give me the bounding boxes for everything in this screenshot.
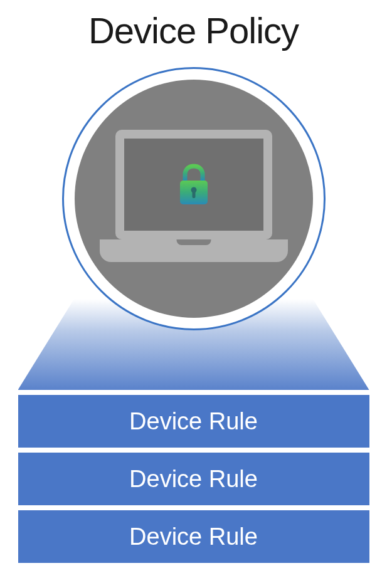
inner-circle [75,80,313,318]
laptop-screen [115,130,272,239]
device-rule-label: Device Rule [129,408,258,435]
device-rule-label: Device Rule [129,466,258,493]
laptop-base [100,239,288,262]
outer-ring [62,67,326,330]
device-rule-row: Device Rule [18,510,369,563]
svg-rect-2 [192,191,195,198]
laptop-notch [176,239,211,245]
lock-icon [176,163,211,207]
policy-circle [62,67,326,330]
laptop-icon [106,130,282,268]
diagram-title: Device Policy [0,0,387,51]
device-rule-row: Device Rule [18,453,369,505]
device-rule-row: Device Rule [18,395,369,448]
device-rule-label: Device Rule [129,523,258,550]
rules-container: Device Rule Device Rule Device Rule [18,395,369,563]
